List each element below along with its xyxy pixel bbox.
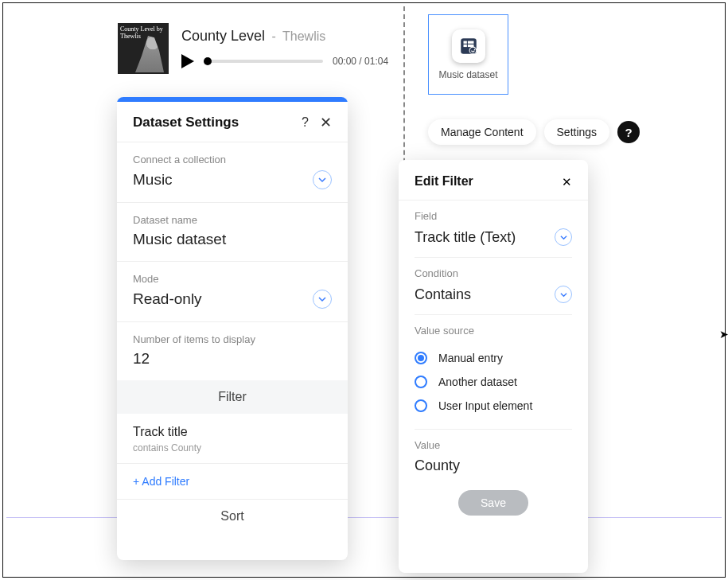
dataset-name-label: Dataset name	[133, 214, 332, 226]
editor-canvas: County Level by Thewlis County Level - T…	[2, 2, 726, 578]
track-meta: County Level - Thewlis 00:00 / 01:04	[181, 23, 388, 68]
connect-collection-label: Connect a collection	[133, 154, 332, 165]
filter-value-field[interactable]: Value County	[399, 430, 588, 485]
cursor-icon: ➤	[719, 328, 728, 341]
filter-field-label: Field	[415, 210, 572, 222]
filter-condition-select[interactable]: Condition Contains	[399, 258, 588, 314]
dataset-name-field[interactable]: Dataset name Music dataset	[117, 203, 348, 261]
close-icon[interactable]: ✕	[562, 176, 572, 188]
dataset-canvas-label: Music dataset	[438, 69, 497, 80]
filter-section-header: Filter	[117, 380, 348, 414]
help-button[interactable]: ?	[617, 121, 640, 143]
play-icon[interactable]	[181, 54, 194, 68]
panel-title: Dataset Settings	[133, 115, 239, 130]
chevron-down-icon[interactable]	[555, 228, 572, 246]
audio-player[interactable]: County Level by Thewlis County Level - T…	[118, 23, 388, 74]
radio-label: User Input element	[438, 399, 532, 412]
close-icon[interactable]: ✕	[320, 115, 332, 130]
filter-value-label: Value	[415, 439, 572, 451]
album-art: County Level by Thewlis	[118, 23, 169, 74]
radio-another-dataset[interactable]: Another dataset	[415, 370, 572, 394]
help-icon[interactable]: ?	[302, 115, 309, 130]
radio-icon	[415, 352, 427, 364]
mode-field[interactable]: Mode Read-only	[117, 262, 348, 321]
svg-rect-2	[467, 41, 473, 43]
radio-icon	[415, 399, 427, 412]
items-count-label: Number of items to display	[133, 333, 332, 345]
filter-condition-value: Contains	[415, 286, 471, 303]
time-display: 00:00 / 01:04	[333, 56, 388, 67]
manage-content-button[interactable]: Manage Content	[428, 119, 536, 145]
add-filter-button[interactable]: + Add Filter	[117, 464, 348, 499]
filter-item-title: Track title	[133, 425, 332, 439]
connect-collection-field[interactable]: Connect a collection Music	[117, 142, 348, 202]
track-artist: Thewlis	[282, 29, 325, 43]
mode-value: Read-only	[133, 290, 202, 308]
dataset-canvas-element[interactable]: Music dataset	[428, 14, 508, 95]
chevron-down-icon[interactable]	[313, 290, 332, 309]
filter-field-value: Track title (Text)	[415, 229, 516, 246]
track-separator: -	[272, 29, 276, 43]
value-source-radios: Manual entry Another dataset User Input …	[399, 343, 588, 429]
dataset-settings-panel: Dataset Settings ? ✕ Connect a collectio…	[117, 97, 348, 560]
dataset-name-input[interactable]: Music dataset	[133, 231, 332, 248]
items-count-input[interactable]: 12	[133, 350, 332, 368]
svg-rect-1	[463, 41, 466, 43]
chevron-down-icon[interactable]	[313, 170, 332, 189]
radio-label: Another dataset	[438, 376, 517, 388]
items-count-field[interactable]: Number of items to display 12	[117, 322, 348, 380]
sort-section-header: Sort	[117, 500, 348, 533]
radio-label: Manual entry	[438, 352, 503, 364]
mode-label: Mode	[133, 273, 332, 285]
filter-field-select[interactable]: Field Track title (Text)	[399, 200, 588, 257]
filter-condition-label: Condition	[415, 267, 572, 279]
chevron-down-icon[interactable]	[555, 286, 572, 303]
filter-item-subtitle: contains County	[133, 442, 332, 453]
filter-item[interactable]: Track title contains County	[117, 414, 348, 463]
track-title: County Level	[181, 28, 265, 44]
value-source-label: Value source	[415, 325, 572, 337]
element-toolbar: Manage Content Settings ?	[428, 119, 640, 145]
save-button[interactable]: Save	[458, 490, 528, 516]
filter-value-input[interactable]: County	[415, 457, 572, 474]
radio-user-input-element[interactable]: User Input element	[415, 394, 572, 418]
edit-filter-panel: Edit Filter ✕ Field Track title (Text) C…	[399, 160, 588, 573]
connect-collection-value: Music	[133, 171, 173, 189]
radio-icon	[415, 376, 427, 388]
dataset-icon	[452, 29, 485, 63]
edit-filter-title: Edit Filter	[415, 174, 473, 189]
svg-point-5	[469, 47, 477, 54]
horizontal-guide	[6, 517, 722, 518]
settings-button[interactable]: Settings	[544, 119, 610, 145]
progress-bar[interactable]	[204, 60, 323, 63]
radio-manual-entry[interactable]: Manual entry	[415, 346, 572, 370]
svg-rect-3	[463, 44, 466, 46]
